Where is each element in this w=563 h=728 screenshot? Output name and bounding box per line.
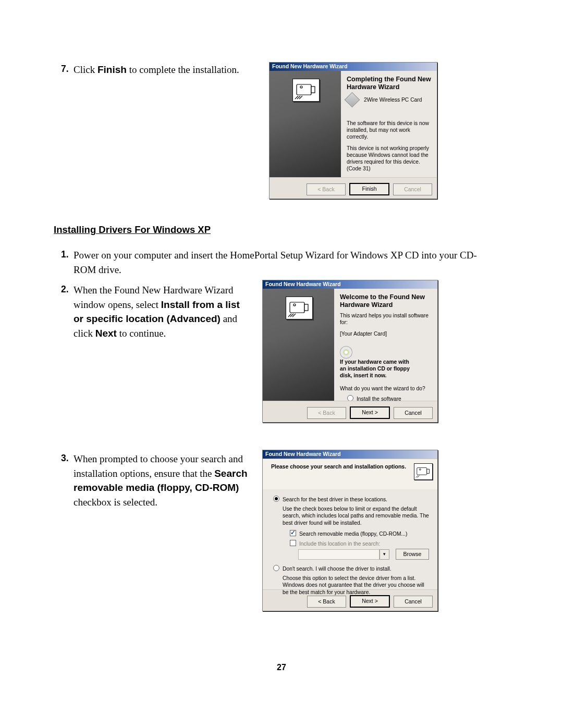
- fig1-left-panel: [270, 71, 341, 177]
- step2-text: When the Found New Hardware Wizard windo…: [74, 283, 252, 340]
- fig2-dialog: Found New Hardware Wizard Welcome to the…: [262, 280, 438, 423]
- chk-include-location-label: Include this location in the search:: [299, 541, 380, 547]
- step-7-text: Click Finish to complete the installatio…: [74, 63, 261, 77]
- shield-diamond-icon: [345, 92, 360, 108]
- page-number: 27: [0, 663, 563, 672]
- pccard-icon: [292, 79, 320, 102]
- step-number-3: 3.: [61, 453, 69, 464]
- radio-dont-search-label: Don't search. I will choose the driver t…: [283, 566, 391, 572]
- fig2-next[interactable]: Next >: [350, 406, 390, 419]
- pccard-small-icon: [414, 463, 433, 480]
- fig2-right: Welcome to the Found New Hardware Wizard…: [334, 289, 437, 401]
- step7-bold: Finish: [97, 64, 127, 75]
- fig1-right: Completing the Found New Hardware Wizard…: [341, 71, 437, 177]
- fig3-next[interactable]: Next >: [350, 595, 390, 608]
- browse-button[interactable]: Browse: [396, 549, 429, 560]
- radio-search-best[interactable]: [273, 496, 279, 502]
- svg-rect-0: [297, 84, 311, 95]
- fig3-title: Found New Hardware Wizard: [263, 450, 437, 459]
- fig1-note2: This device is not working properly beca…: [347, 145, 432, 172]
- fig2-cancel[interactable]: Cancel: [394, 407, 433, 419]
- location-path-field[interactable]: [298, 549, 380, 560]
- step7-post: to complete the installation.: [127, 64, 239, 75]
- step1-text: Power on your computer and insert the Ho…: [74, 248, 483, 277]
- radio-search-best-label: Search for the best driver in these loca…: [283, 497, 387, 502]
- fig2-heading: Welcome to the Found New Hardware Wizard: [340, 293, 432, 309]
- svg-rect-7: [427, 469, 430, 473]
- svg-rect-6: [417, 468, 427, 475]
- chk-include-location[interactable]: [290, 540, 296, 546]
- step7-pre: Click: [74, 64, 97, 75]
- fig2-title: Found New Hardware Wizard: [263, 280, 437, 289]
- fig2-left-panel: [263, 289, 334, 401]
- fig2-cdmsg: If your hardware came with an installati…: [340, 359, 415, 379]
- opt-auto-radio[interactable]: [347, 395, 353, 401]
- opt-auto-label: Install the software automatically (Reco…: [347, 396, 420, 401]
- s2d: Next: [95, 328, 117, 339]
- fig1-cancel[interactable]: Cancel: [393, 183, 432, 195]
- fig2-sub1: This wizard helps you install software f…: [340, 312, 432, 326]
- location-dropdown[interactable]: ▾: [380, 549, 389, 560]
- fig2-q: What do you want the wizard to do?: [340, 385, 432, 392]
- fig2-back[interactable]: < Back: [307, 407, 346, 419]
- s2e: to continue.: [117, 328, 166, 339]
- fig1-finish[interactable]: Finish: [349, 183, 389, 195]
- fig1-title: Found New Hardware Wizard: [270, 63, 437, 71]
- svg-rect-1: [311, 87, 315, 93]
- step3-text: When prompted to choose your search and …: [74, 452, 252, 509]
- fig3-cancel[interactable]: Cancel: [394, 596, 433, 608]
- svg-rect-4: [304, 304, 308, 311]
- fig1-device: 2Wire Wireless PC Card: [364, 96, 422, 103]
- fig1-dialog: Found New Hardware Wizard Completing the…: [269, 62, 437, 199]
- fig1-heading: Completing the Found New Hardware Wizard: [347, 76, 432, 91]
- fig1-note1: The software for this device is now inst…: [347, 120, 432, 141]
- cd-icon: [340, 346, 352, 359]
- svg-point-5: [293, 304, 296, 306]
- s3c: checkbox is selected.: [74, 497, 157, 508]
- fig3-header: Please choose your search and installati…: [271, 463, 406, 470]
- section-heading: Installing Drivers For Windows XP: [54, 224, 211, 236]
- pccard-icon: [286, 297, 313, 319]
- svg-point-8: [420, 469, 421, 471]
- svg-point-2: [300, 86, 302, 88]
- fig3-dialog: Found New Hardware Wizard Please choose …: [262, 450, 438, 611]
- fig2-device: [Your Adapter Card]: [340, 330, 432, 337]
- svg-rect-3: [290, 302, 304, 313]
- chk-search-removable-label: Search removable media (floppy, CD-ROM..…: [299, 531, 408, 537]
- radio-dont-search[interactable]: [273, 565, 279, 571]
- chk-search-removable[interactable]: [290, 530, 296, 536]
- fig1-back[interactable]: < Back: [307, 183, 346, 195]
- step-number-2: 2.: [61, 284, 69, 295]
- fig3-r1desc: Use the check boxes below to limit or ex…: [270, 503, 431, 526]
- step-number-7: 7.: [61, 64, 69, 75]
- fig3-back[interactable]: < Back: [307, 596, 346, 608]
- step-number-1: 1.: [61, 249, 69, 260]
